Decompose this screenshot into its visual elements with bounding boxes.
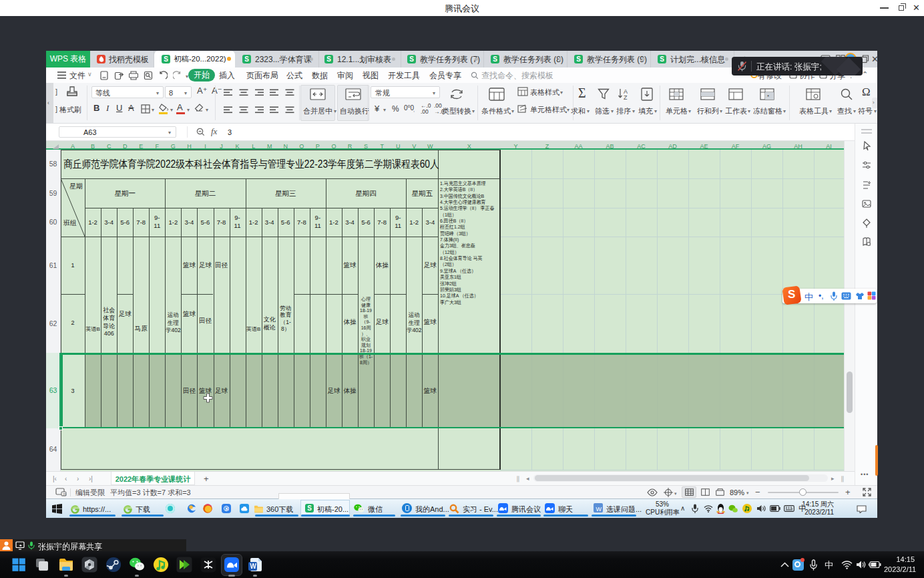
svg-text:Z: Z (624, 94, 628, 101)
svg-text:*: * (767, 93, 769, 100)
svg-text:JS: JS (63, 492, 67, 496)
svg-text:W: W (250, 563, 257, 570)
